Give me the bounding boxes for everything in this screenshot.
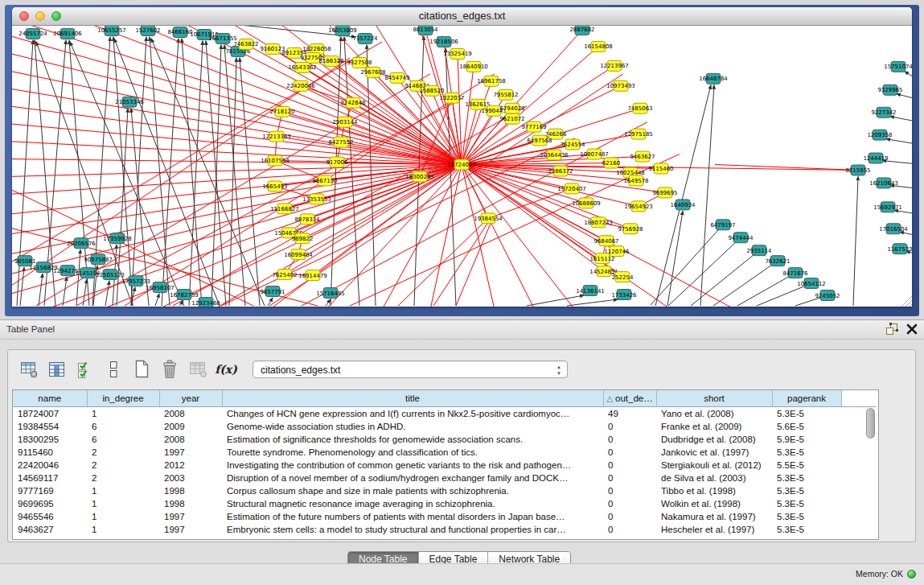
- graph-node[interactable]: 12213363: [262, 131, 291, 142]
- graph-node[interactable]: 15751074: [884, 61, 912, 72]
- table-cell[interactable]: 1: [87, 484, 159, 497]
- table-row[interactable]: 1456911722003Disruption of a novel membe…: [13, 472, 877, 484]
- graph-node[interactable]: 7485063: [627, 103, 652, 113]
- table-cell[interactable]: 1: [87, 497, 159, 510]
- graph-node[interactable]: 9474444: [728, 233, 754, 243]
- graph-node[interactable]: 1665493: [262, 181, 287, 192]
- graph-node[interactable]: 10655257: [97, 26, 126, 35]
- table-cell[interactable]: 5.3E-5: [772, 510, 841, 523]
- column-header-title[interactable]: title: [222, 390, 603, 407]
- graph-node[interactable]: 9857791: [260, 286, 285, 297]
- graph-node[interactable]: 21053346: [115, 97, 144, 107]
- graph-node[interactable]: 20364436: [540, 150, 569, 160]
- graph-node[interactable]: 15716485: [316, 288, 345, 299]
- table-cell[interactable]: 1: [87, 407, 159, 421]
- graph-node[interactable]: 917006: [326, 157, 348, 167]
- graph-node[interactable]: 18807243: [584, 217, 613, 228]
- table-cell[interactable]: 1997: [159, 446, 222, 459]
- column-header-short[interactable]: short: [656, 390, 772, 407]
- table-selector-dropdown[interactable]: citations_edges.txt ▲▼: [253, 360, 568, 378]
- graph-node[interactable]: 252254: [612, 272, 634, 282]
- table-cell[interactable]: 1997: [159, 510, 222, 523]
- merge-tables-button[interactable]: [104, 359, 123, 380]
- table-cell[interactable]: Estimation of the future numbers of pati…: [222, 510, 603, 523]
- table-row[interactable]: 946554611997Estimation of the future num…: [13, 510, 877, 523]
- table-cell[interactable]: Disruption of a novel member of a sodium…: [222, 472, 603, 484]
- network-window-titlebar[interactable]: citations_edges.txt: [12, 7, 912, 26]
- graph-node[interactable]: 90975887: [84, 254, 113, 265]
- function-builder-button[interactable]: f(x): [216, 359, 236, 380]
- graph-node[interactable]: 9329965: [877, 84, 902, 95]
- graph-node[interactable]: 19654923: [624, 201, 653, 212]
- graph-node[interactable]: 7632621: [765, 256, 790, 266]
- graph-node[interactable]: 18300295: [405, 171, 434, 182]
- resize-grip-icon[interactable]: [901, 296, 912, 307]
- column-header-out_de[interactable]: △out_de…: [603, 390, 656, 407]
- table-cell[interactable]: 5.5E-5: [772, 459, 841, 472]
- float-window-icon[interactable]: [885, 323, 898, 336]
- table-cell[interactable]: Stergiakouli et al. (2012): [656, 459, 772, 472]
- table-row[interactable]: 1830029562008Estimation of significance …: [13, 433, 877, 446]
- table-cell[interactable]: 22420046: [13, 459, 87, 472]
- table-cell[interactable]: 19384554: [13, 420, 87, 433]
- table-cell[interactable]: 0: [603, 472, 656, 484]
- table-cell[interactable]: Estimation of significance thresholds fo…: [222, 433, 603, 446]
- graph-node[interactable]: 10807487: [580, 149, 609, 159]
- graph-node[interactable]: 16543362: [288, 62, 317, 72]
- table-cell[interactable]: Franke et al. (2009): [656, 420, 772, 433]
- table-row[interactable]: 2242004622012Investigating the contribut…: [13, 459, 877, 472]
- graph-node[interactable]: 1640934: [670, 200, 696, 210]
- graph-node[interactable]: 10654112: [797, 278, 826, 289]
- zoom-window-button[interactable]: [51, 11, 61, 21]
- graph-node[interactable]: 9227342: [871, 107, 896, 117]
- table-cell[interactable]: Genome-wide association studies in ADHD.: [222, 420, 603, 433]
- table-cell[interactable]: 1998: [159, 484, 222, 497]
- table-cell[interactable]: 2009: [159, 420, 222, 433]
- close-window-button[interactable]: [19, 11, 29, 21]
- table-cell[interactable]: 2008: [159, 433, 222, 446]
- graph-node[interactable]: 16107554: [261, 155, 290, 166]
- graph-node[interactable]: 16099484: [284, 249, 313, 260]
- table-cell[interactable]: 5.6E-5: [772, 420, 841, 433]
- table-cell[interactable]: Dudbridge et al. (2008): [656, 433, 772, 446]
- table-cell[interactable]: 5.3E-5: [772, 407, 841, 421]
- graph-node[interactable]: 10688609: [572, 198, 601, 208]
- graph-node[interactable]: 7955812: [493, 89, 518, 100]
- graph-node[interactable]: 7625402: [272, 270, 297, 280]
- table-cell[interactable]: Jankovic et al. (1997): [656, 446, 772, 459]
- table-cell[interactable]: Embryonic stem cells: a model to study s…: [222, 523, 603, 536]
- table-cell[interactable]: Hescheler et al. (1997): [656, 523, 772, 536]
- graph-node[interactable]: 9621072: [499, 113, 524, 124]
- table-cell[interactable]: 6: [87, 420, 159, 433]
- table-scrollbar[interactable]: [866, 407, 876, 536]
- table-cell[interactable]: 1997: [159, 523, 222, 536]
- network-canvas[interactable]: 2405572420691406106552571527602846616010…: [12, 26, 912, 307]
- table-cell[interactable]: Tourette syndrome. Phenomenology and cla…: [222, 446, 603, 459]
- close-panel-icon[interactable]: [906, 323, 918, 335]
- table-cell[interactable]: 2003: [159, 472, 222, 484]
- graph-node[interactable]: 9245052: [815, 290, 840, 301]
- graph-node[interactable]: 8813054: [413, 26, 438, 35]
- create-new-column-button[interactable]: [132, 359, 151, 380]
- memory-ok-icon[interactable]: [907, 570, 916, 579]
- table-cell[interactable]: 0: [603, 433, 656, 446]
- column-header-year[interactable]: year: [159, 390, 222, 407]
- table-cell[interactable]: de Silva et al. (2003): [656, 472, 772, 484]
- table-row[interactable]: 911546021997Tourette syndrome. Phenomeno…: [13, 446, 877, 459]
- table-cell[interactable]: 9699695: [13, 497, 87, 510]
- delete-column-button[interactable]: [160, 359, 179, 380]
- table-cell[interactable]: 2: [87, 446, 159, 459]
- graph-node[interactable]: 16914479: [298, 270, 327, 281]
- table-cell[interactable]: 49: [603, 407, 656, 421]
- graph-node[interactable]: 16648784: [699, 73, 728, 84]
- graph-node[interactable]: 9684067: [593, 236, 618, 246]
- table-row[interactable]: 1872400712008Changes of HCN gene express…: [13, 407, 877, 421]
- graph-node[interactable]: 20206576: [67, 238, 96, 249]
- table-cell[interactable]: 0: [603, 523, 656, 536]
- table-mode-button[interactable]: [19, 359, 39, 380]
- graph-node[interactable]: 8471676: [782, 268, 807, 278]
- graph-node[interactable]: 9115460: [648, 163, 673, 174]
- table-cell[interactable]: 9463627: [13, 523, 87, 536]
- table-cell[interactable]: 0: [603, 510, 656, 523]
- graph-node[interactable]: 1733426: [611, 290, 636, 300]
